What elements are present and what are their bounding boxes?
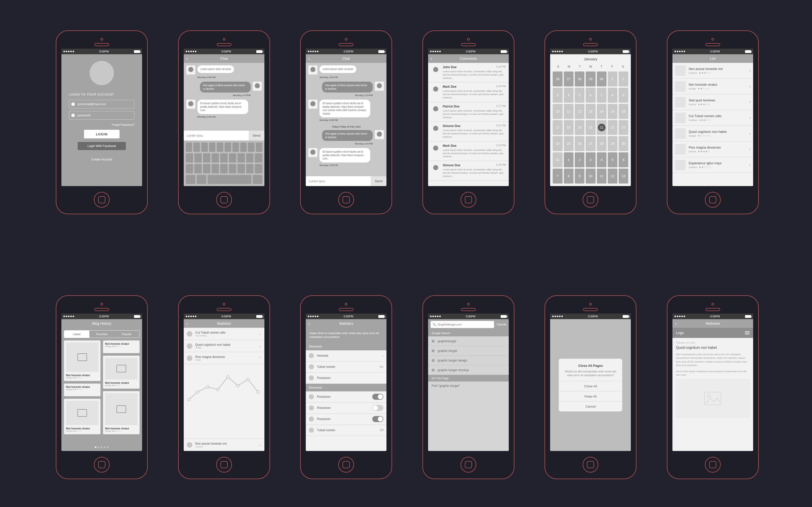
calendar-day[interactable]: 3 (586, 152, 595, 167)
back-icon[interactable]: ‹ (186, 56, 188, 61)
setting-toggle[interactable]: Possenon (306, 414, 387, 425)
send-button[interactable]: Send (371, 176, 387, 186)
calendar-day[interactable]: 12 (575, 104, 585, 119)
calendar-day[interactable]: 22 (608, 120, 617, 135)
calendar-day[interactable]: 28 (575, 71, 585, 87)
tab-popular[interactable]: Popular (114, 331, 139, 338)
list-item[interactable]: Non posse honeste vivi Fashion★★★☆☆ › (672, 63, 753, 78)
comment-item[interactable]: Patrick Doe5:27 PM Lorem ipsum dolor sit… (428, 102, 509, 122)
calendar-day[interactable]: 25 (564, 136, 573, 151)
calendar-day[interactable]: 8 (564, 169, 573, 183)
calendar-day[interactable]: 2 (575, 152, 585, 167)
calendar-day[interactable]: 18 (564, 120, 573, 135)
calendar-day[interactable]: 4 (564, 88, 573, 103)
tab-latest[interactable]: Latest (64, 331, 89, 338)
email-field[interactable]: youremail@mail.com (69, 100, 135, 109)
calendar-day[interactable]: 29 (608, 136, 617, 151)
search-input[interactable]: 🔍GraphicBurger.com (430, 321, 494, 328)
calendar-day[interactable]: 5 (608, 152, 617, 167)
menu-icon[interactable] (745, 331, 750, 334)
login-button[interactable]: LOGIN (84, 130, 119, 138)
article-body[interactable]: February, 22, 2014 Quod cognitum non hab… (672, 338, 753, 451)
calendar-day[interactable]: 29 (586, 71, 595, 87)
back-icon[interactable]: ‹ (308, 321, 310, 326)
accordion-item[interactable]: Piso magna dissensioVisits⌃ (184, 352, 264, 364)
calendar-day[interactable]: 8 (608, 88, 617, 103)
setting-row[interactable]: Honeste› (306, 350, 387, 361)
alert-option-keep-all[interactable]: Keep All (559, 391, 622, 401)
calendar-day[interactable]: 28 (597, 136, 606, 151)
password-field[interactable]: password (69, 111, 135, 120)
blog-cards[interactable]: Nisi honeste vivaturDesign ★★☆☆☆ Nisi ho… (61, 340, 142, 443)
calendar-day[interactable]: 11 (564, 104, 573, 119)
comment-item[interactable]: Mark Doe5:24 PM Lorem ipsum dolor sit am… (428, 82, 509, 102)
calendar-day[interactable]: 16 (619, 104, 628, 119)
back-icon[interactable]: ‹ (430, 56, 432, 61)
find-on-page[interactable]: Find "graphic burger" (428, 382, 509, 451)
setting-row[interactable]: Tubuli nomenOff (306, 425, 387, 436)
message-input[interactable] (184, 130, 249, 140)
chat-body[interactable]: Lorem ipsum dolor sit amet Monday, 5:56 … (306, 63, 387, 176)
calendar-day[interactable]: 1 (608, 71, 617, 87)
page-dots[interactable] (61, 443, 142, 451)
forgot-password-link[interactable]: Forgot Password? (112, 123, 135, 126)
blog-card[interactable]: Nisi honeste vivaturDesign ★★☆☆☆ (103, 391, 140, 434)
calendar-day[interactable]: 6 (586, 88, 595, 103)
list-item[interactable]: Quod cognitum non habet Design★☆☆☆☆ › (672, 126, 753, 142)
list-item[interactable]: Experiamur igitur inqui Fashion★★☆☆☆ › (672, 157, 753, 173)
calendar-day[interactable]: 12 (608, 169, 617, 183)
calendar-day[interactable]: 4 (597, 152, 606, 167)
accordion-item[interactable]: Non posse honeste viviAccess⌄ (184, 439, 264, 451)
calendar-day[interactable]: 30 (619, 136, 628, 151)
setting-toggle[interactable]: Possenon (306, 391, 387, 403)
comment-item[interactable]: John Doe5:20 PM Lorem ipsum dolor sit am… (428, 63, 509, 82)
calendar-day[interactable]: 13 (619, 169, 628, 183)
blog-card[interactable]: Nisi honeste vivaturDesign ★★☆☆☆ (103, 356, 140, 389)
calendar-day[interactable]: 17 (553, 120, 562, 135)
create-account-link[interactable]: Create Account (91, 158, 112, 161)
calendar-day[interactable]: 3 (553, 88, 562, 103)
calendar-day[interactable]: 26 (553, 71, 562, 87)
calendar-day[interactable]: 23 (619, 120, 628, 135)
accordion-item[interactable]: Quod cognitum non habetTraffic⌄ (184, 340, 264, 352)
calendar-day[interactable]: 14 (597, 104, 606, 119)
list-item[interactable]: Piso magna dissensio Interior★★★★☆ › (672, 142, 753, 157)
keyboard[interactable] (184, 140, 264, 186)
calendar-day[interactable]: 30 (597, 71, 606, 87)
calendar-grid[interactable]: 2627282930123456789101112131415161718192… (550, 70, 631, 186)
calendar-day[interactable]: 10 (586, 169, 595, 183)
chat-body[interactable]: Lorem ipsum dolor sit amet Monday, 5:56 … (184, 63, 264, 130)
message-input[interactable] (306, 176, 371, 186)
alert-option-cancel[interactable]: Cancel (559, 401, 622, 411)
avatar-placeholder[interactable] (90, 61, 114, 85)
calendar-day[interactable]: 15 (608, 104, 617, 119)
list[interactable]: Non posse honeste vivi Fashion★★★☆☆ › Ni… (672, 63, 753, 186)
cancel-button[interactable]: Cancel (497, 323, 506, 326)
facebook-login-button[interactable]: Login With Facebook (78, 142, 126, 150)
suggestion[interactable]: graphicburger (428, 336, 509, 346)
list-item[interactable]: Sed quot homines Interior★★★☆☆ › (672, 94, 753, 110)
calendar-day[interactable]: 6 (619, 152, 628, 167)
calendar-day[interactable]: 7 (597, 88, 606, 103)
calendar-day[interactable]: 7 (553, 169, 562, 183)
calendar-day[interactable]: 9 (575, 169, 585, 183)
calendar-day[interactable]: 9 (619, 88, 628, 103)
calendar-day[interactable]: 11 (597, 169, 606, 183)
send-button[interactable]: Send (249, 130, 264, 140)
list-item[interactable]: Cui Tubuli nomen odio Fashion★★★☆☆ › (672, 110, 753, 126)
calendar-day[interactable]: 27 (564, 71, 573, 87)
tab-favorites[interactable]: Favorites (89, 331, 114, 338)
setting-toggle[interactable]: Possenon (306, 403, 387, 414)
comment-item[interactable]: Simone Doe5:35 PM Lorem ipsum dolor sit … (428, 161, 509, 180)
comment-item[interactable]: Mark Doe5:33 PM Lorem ipsum dolor sit am… (428, 142, 509, 161)
calendar-day[interactable]: 1 (564, 152, 573, 167)
calendar-day[interactable]: 31 (553, 152, 562, 167)
accordion-item[interactable]: Cui Tubuli nomen odioAccounting⌄ (184, 328, 264, 340)
calendar-day[interactable]: 24 (553, 136, 562, 151)
back-icon[interactable]: ‹ (308, 56, 310, 61)
calendar-day[interactable]: 21 (597, 120, 606, 135)
calendar-day[interactable]: 5 (575, 88, 585, 103)
blog-card[interactable]: Nisi honeste vivaturDesign ★★☆☆☆ (64, 340, 100, 381)
calendar-day[interactable]: 27 (586, 136, 595, 151)
setting-row[interactable]: Possenon (306, 373, 387, 384)
